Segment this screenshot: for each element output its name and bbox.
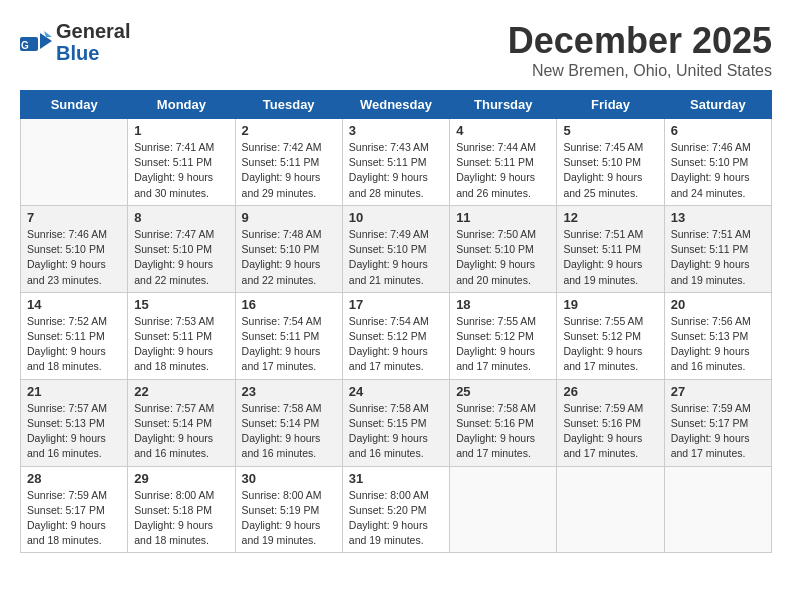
calendar-cell: 8Sunrise: 7:47 AMSunset: 5:10 PMDaylight…	[128, 205, 235, 292]
day-number: 27	[671, 384, 765, 399]
day-info: Sunrise: 7:51 AMSunset: 5:11 PMDaylight:…	[563, 227, 657, 288]
day-number: 13	[671, 210, 765, 225]
svg-text:G: G	[21, 40, 29, 51]
logo: G General Blue	[20, 20, 130, 64]
calendar-cell: 24Sunrise: 7:58 AMSunset: 5:15 PMDayligh…	[342, 379, 449, 466]
logo-general: General	[56, 20, 130, 42]
day-number: 12	[563, 210, 657, 225]
calendar-cell	[21, 119, 128, 206]
day-number: 19	[563, 297, 657, 312]
day-info: Sunrise: 7:54 AMSunset: 5:12 PMDaylight:…	[349, 314, 443, 375]
day-number: 8	[134, 210, 228, 225]
calendar-cell: 19Sunrise: 7:55 AMSunset: 5:12 PMDayligh…	[557, 292, 664, 379]
day-header-wednesday: Wednesday	[342, 91, 449, 119]
day-number: 23	[242, 384, 336, 399]
day-info: Sunrise: 7:48 AMSunset: 5:10 PMDaylight:…	[242, 227, 336, 288]
day-number: 1	[134, 123, 228, 138]
day-info: Sunrise: 7:56 AMSunset: 5:13 PMDaylight:…	[671, 314, 765, 375]
calendar-table: SundayMondayTuesdayWednesdayThursdayFrid…	[20, 90, 772, 553]
day-info: Sunrise: 7:59 AMSunset: 5:17 PMDaylight:…	[27, 488, 121, 549]
calendar-cell: 25Sunrise: 7:58 AMSunset: 5:16 PMDayligh…	[450, 379, 557, 466]
day-header-tuesday: Tuesday	[235, 91, 342, 119]
page-header: G General Blue December 2025 New Bremen,…	[20, 20, 772, 80]
day-number: 2	[242, 123, 336, 138]
day-number: 14	[27, 297, 121, 312]
svg-marker-3	[44, 31, 52, 37]
day-info: Sunrise: 7:59 AMSunset: 5:16 PMDaylight:…	[563, 401, 657, 462]
calendar-cell: 3Sunrise: 7:43 AMSunset: 5:11 PMDaylight…	[342, 119, 449, 206]
day-info: Sunrise: 7:42 AMSunset: 5:11 PMDaylight:…	[242, 140, 336, 201]
day-info: Sunrise: 7:41 AMSunset: 5:11 PMDaylight:…	[134, 140, 228, 201]
calendar-cell	[664, 466, 771, 553]
calendar-cell: 31Sunrise: 8:00 AMSunset: 5:20 PMDayligh…	[342, 466, 449, 553]
day-header-monday: Monday	[128, 91, 235, 119]
title-block: December 2025 New Bremen, Ohio, United S…	[508, 20, 772, 80]
day-info: Sunrise: 7:57 AMSunset: 5:13 PMDaylight:…	[27, 401, 121, 462]
calendar-cell: 17Sunrise: 7:54 AMSunset: 5:12 PMDayligh…	[342, 292, 449, 379]
day-info: Sunrise: 7:51 AMSunset: 5:11 PMDaylight:…	[671, 227, 765, 288]
day-number: 7	[27, 210, 121, 225]
calendar-cell: 23Sunrise: 7:58 AMSunset: 5:14 PMDayligh…	[235, 379, 342, 466]
calendar-cell: 29Sunrise: 8:00 AMSunset: 5:18 PMDayligh…	[128, 466, 235, 553]
calendar-cell: 6Sunrise: 7:46 AMSunset: 5:10 PMDaylight…	[664, 119, 771, 206]
day-info: Sunrise: 7:55 AMSunset: 5:12 PMDaylight:…	[456, 314, 550, 375]
day-number: 24	[349, 384, 443, 399]
day-info: Sunrise: 7:50 AMSunset: 5:10 PMDaylight:…	[456, 227, 550, 288]
month-title: December 2025	[508, 20, 772, 62]
day-number: 17	[349, 297, 443, 312]
day-number: 28	[27, 471, 121, 486]
calendar-cell: 18Sunrise: 7:55 AMSunset: 5:12 PMDayligh…	[450, 292, 557, 379]
calendar-cell: 14Sunrise: 7:52 AMSunset: 5:11 PMDayligh…	[21, 292, 128, 379]
day-number: 26	[563, 384, 657, 399]
day-number: 21	[27, 384, 121, 399]
calendar-week-row: 28Sunrise: 7:59 AMSunset: 5:17 PMDayligh…	[21, 466, 772, 553]
day-number: 4	[456, 123, 550, 138]
day-info: Sunrise: 7:58 AMSunset: 5:15 PMDaylight:…	[349, 401, 443, 462]
day-info: Sunrise: 8:00 AMSunset: 5:20 PMDaylight:…	[349, 488, 443, 549]
day-info: Sunrise: 7:58 AMSunset: 5:16 PMDaylight:…	[456, 401, 550, 462]
calendar-cell: 10Sunrise: 7:49 AMSunset: 5:10 PMDayligh…	[342, 205, 449, 292]
calendar-header-row: SundayMondayTuesdayWednesdayThursdayFrid…	[21, 91, 772, 119]
day-number: 29	[134, 471, 228, 486]
calendar-cell: 1Sunrise: 7:41 AMSunset: 5:11 PMDaylight…	[128, 119, 235, 206]
calendar-week-row: 1Sunrise: 7:41 AMSunset: 5:11 PMDaylight…	[21, 119, 772, 206]
calendar-cell: 21Sunrise: 7:57 AMSunset: 5:13 PMDayligh…	[21, 379, 128, 466]
logo-blue: Blue	[56, 42, 130, 64]
calendar-cell: 22Sunrise: 7:57 AMSunset: 5:14 PMDayligh…	[128, 379, 235, 466]
day-number: 25	[456, 384, 550, 399]
day-info: Sunrise: 7:47 AMSunset: 5:10 PMDaylight:…	[134, 227, 228, 288]
day-info: Sunrise: 8:00 AMSunset: 5:19 PMDaylight:…	[242, 488, 336, 549]
calendar-cell: 5Sunrise: 7:45 AMSunset: 5:10 PMDaylight…	[557, 119, 664, 206]
day-info: Sunrise: 8:00 AMSunset: 5:18 PMDaylight:…	[134, 488, 228, 549]
calendar-cell: 16Sunrise: 7:54 AMSunset: 5:11 PMDayligh…	[235, 292, 342, 379]
day-number: 9	[242, 210, 336, 225]
day-number: 10	[349, 210, 443, 225]
day-header-sunday: Sunday	[21, 91, 128, 119]
day-info: Sunrise: 7:59 AMSunset: 5:17 PMDaylight:…	[671, 401, 765, 462]
calendar-cell: 7Sunrise: 7:46 AMSunset: 5:10 PMDaylight…	[21, 205, 128, 292]
calendar-cell	[450, 466, 557, 553]
logo-icon: G	[20, 31, 52, 53]
calendar-cell: 13Sunrise: 7:51 AMSunset: 5:11 PMDayligh…	[664, 205, 771, 292]
day-info: Sunrise: 7:54 AMSunset: 5:11 PMDaylight:…	[242, 314, 336, 375]
day-header-friday: Friday	[557, 91, 664, 119]
day-info: Sunrise: 7:44 AMSunset: 5:11 PMDaylight:…	[456, 140, 550, 201]
day-header-saturday: Saturday	[664, 91, 771, 119]
day-info: Sunrise: 7:55 AMSunset: 5:12 PMDaylight:…	[563, 314, 657, 375]
day-number: 6	[671, 123, 765, 138]
day-info: Sunrise: 7:45 AMSunset: 5:10 PMDaylight:…	[563, 140, 657, 201]
calendar-cell: 2Sunrise: 7:42 AMSunset: 5:11 PMDaylight…	[235, 119, 342, 206]
day-number: 16	[242, 297, 336, 312]
calendar-cell: 27Sunrise: 7:59 AMSunset: 5:17 PMDayligh…	[664, 379, 771, 466]
calendar-week-row: 14Sunrise: 7:52 AMSunset: 5:11 PMDayligh…	[21, 292, 772, 379]
calendar-cell: 15Sunrise: 7:53 AMSunset: 5:11 PMDayligh…	[128, 292, 235, 379]
calendar-cell: 28Sunrise: 7:59 AMSunset: 5:17 PMDayligh…	[21, 466, 128, 553]
day-info: Sunrise: 7:49 AMSunset: 5:10 PMDaylight:…	[349, 227, 443, 288]
day-info: Sunrise: 7:52 AMSunset: 5:11 PMDaylight:…	[27, 314, 121, 375]
day-number: 18	[456, 297, 550, 312]
day-number: 11	[456, 210, 550, 225]
day-info: Sunrise: 7:58 AMSunset: 5:14 PMDaylight:…	[242, 401, 336, 462]
calendar-cell: 20Sunrise: 7:56 AMSunset: 5:13 PMDayligh…	[664, 292, 771, 379]
day-number: 15	[134, 297, 228, 312]
day-number: 5	[563, 123, 657, 138]
